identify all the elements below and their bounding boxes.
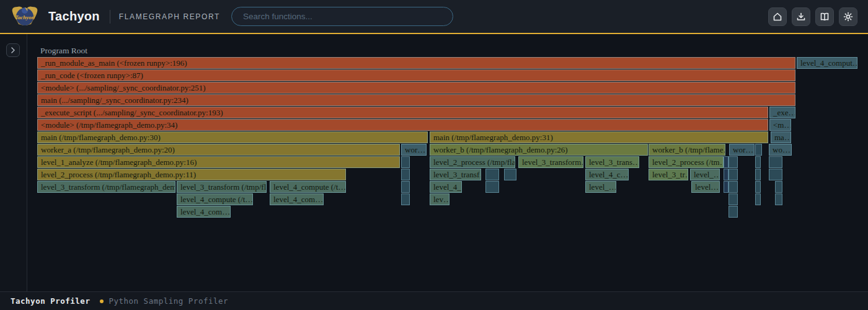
book-icon: [820, 12, 830, 22]
flame-frame[interactable]: [755, 181, 761, 193]
flame-frame[interactable]: [401, 193, 410, 205]
tachyon-logo-icon: Tachyon: [10, 2, 40, 32]
flame-frame[interactable]: _run_code (<frozen runpy>:87): [37, 69, 795, 81]
flame-frame[interactable]: [769, 156, 782, 168]
chevron-right-icon: [10, 47, 16, 53]
flame-frame[interactable]: worker_b (/tmp/flamegraph_demo.py:26): [430, 144, 648, 156]
flame-frame[interactable]: main (/tmp/flamegraph_demo.py:30): [37, 131, 428, 143]
flame-frame[interactable]: worker_b (/tmp/flame…: [649, 144, 725, 156]
flame-frame[interactable]: _execute_script (.../sampling/_sync_coor…: [37, 107, 768, 118]
flame-frame[interactable]: level_4_com…: [270, 193, 324, 205]
flame-frame[interactable]: [724, 181, 728, 193]
home-button[interactable]: [768, 7, 787, 26]
flame-frame[interactable]: level_1_analyze (/tmp/flamegraph_demo.py…: [37, 156, 400, 168]
flame-frame[interactable]: level_4_com…: [177, 206, 231, 218]
flame-frame[interactable]: [485, 181, 499, 193]
flame-frame[interactable]: [728, 156, 738, 168]
flame-frame[interactable]: level_4_…: [430, 181, 462, 193]
flame-frame[interactable]: [728, 193, 738, 205]
flame-frame[interactable]: main (/tmp/flamegraph_demo.py:31): [430, 131, 768, 143]
download-button[interactable]: [792, 7, 810, 26]
flame-frame[interactable]: <module> (.../sampling/_sync_coordinator…: [37, 82, 795, 94]
status-subtitle: Python Sampling Profiler: [108, 296, 228, 306]
flame-frame[interactable]: level_3_transform (/tmp/fl…: [177, 181, 267, 193]
theme-toggle-button[interactable]: [839, 7, 857, 26]
search-input[interactable]: [231, 7, 453, 26]
flame-frame[interactable]: [775, 193, 782, 205]
flame-frame[interactable]: [755, 156, 761, 168]
flame-frame[interactable]: [485, 169, 499, 180]
flame-frame[interactable]: ma…: [771, 131, 791, 143]
flame-frame[interactable]: level_4_c…: [585, 169, 629, 180]
flame-frame[interactable]: level_…: [690, 169, 720, 180]
flame-frame[interactable]: level_4_comput…: [797, 57, 857, 69]
flame-frame[interactable]: [755, 144, 762, 156]
flame-frame[interactable]: [769, 169, 782, 180]
flame-frame[interactable]: main (.../sampling/_sync_coordinator.py:…: [37, 94, 795, 106]
flame-frame[interactable]: [755, 169, 761, 180]
flame-frame[interactable]: level_2_process (/tmp/flamegraph_demo.py…: [37, 169, 346, 180]
status-bar: Tachyon Profiler Python Sampling Profile…: [0, 291, 868, 310]
flame-frame[interactable]: [724, 156, 728, 168]
flame-frame[interactable]: [728, 181, 738, 193]
flame-frame[interactable]: level_4_compute (/t…: [177, 193, 253, 205]
flame-frame[interactable]: [401, 156, 410, 168]
flame-root-frame[interactable]: Program Root: [40, 46, 87, 56]
flame-frame[interactable]: [401, 181, 410, 193]
download-icon: [796, 12, 806, 22]
home-icon: [773, 12, 782, 22]
flame-frame[interactable]: _run_module_as_main (<frozen runpy>:196): [37, 57, 795, 69]
header: Tachyon Tachyon FLAMEGRAPH REPORT: [0, 0, 868, 34]
sidebar-expand-button[interactable]: [6, 43, 20, 57]
flame-frame[interactable]: level_3_transform (/tmp/flamegraph_dem…: [37, 181, 175, 193]
flame-frame[interactable]: level_4_compute (/t…: [270, 181, 346, 193]
flame-frame[interactable]: _exe…: [769, 107, 795, 118]
flame-frame[interactable]: [728, 169, 738, 180]
flame-frame[interactable]: level_3_trans…: [585, 156, 639, 168]
flame-frame[interactable]: level_2_process (/tmp/fla…: [430, 156, 515, 168]
flame-frame[interactable]: [755, 193, 761, 205]
flame-frame[interactable]: level_3_transform…: [518, 156, 583, 168]
flame-frame[interactable]: <m…: [769, 119, 791, 131]
header-divider: [110, 10, 110, 24]
report-type-label: FLAMEGRAPH REPORT: [119, 12, 220, 21]
status-dot-icon: [100, 299, 104, 303]
app-title: Tachyon: [48, 9, 100, 24]
flame-frame[interactable]: lev…: [430, 193, 450, 205]
flame-frame[interactable]: level_2_process (/tm…: [649, 156, 724, 168]
flame-frame[interactable]: worker_a (/tmp/flamegraph_demo.py:20): [37, 144, 400, 156]
flame-frame[interactable]: [724, 169, 728, 180]
status-app-name: Tachyon Profiler: [11, 296, 90, 306]
flame-frame[interactable]: level_3_transf…: [430, 169, 481, 180]
flame-frame[interactable]: [728, 206, 738, 218]
flame-frame[interactable]: [401, 169, 410, 180]
flame-frame[interactable]: level_3_tr…: [649, 169, 688, 180]
flame-frame[interactable]: <module> (/tmp/flamegraph_demo.py:34): [37, 119, 768, 131]
flame-frame[interactable]: [775, 181, 782, 193]
flame-frame[interactable]: wor…: [401, 144, 427, 156]
brightness-icon: [843, 12, 853, 22]
flame-frame[interactable]: wo…: [769, 144, 792, 156]
flame-frame[interactable]: level_…: [585, 181, 616, 193]
sidebar-collapsed: [0, 34, 27, 291]
flame-frame[interactable]: level…: [691, 181, 720, 193]
flame-frame[interactable]: wor…: [729, 144, 755, 156]
docs-button[interactable]: [815, 7, 834, 26]
flame-frame[interactable]: [504, 169, 516, 180]
svg-text:Tachyon: Tachyon: [15, 14, 35, 20]
flamegraph-canvas: Program Root _run_module_as_main (<froze…: [0, 0, 868, 291]
